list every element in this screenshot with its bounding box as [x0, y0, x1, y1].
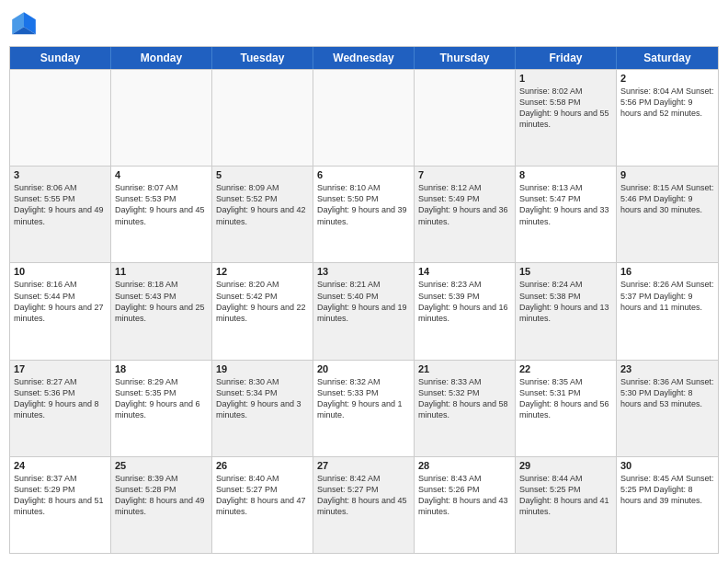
header-day: Monday: [111, 47, 212, 69]
day-info: Sunrise: 8:43 AM Sunset: 5:26 PM Dayligh…: [418, 473, 511, 518]
page: SundayMondayTuesdayWednesdayThursdayFrid…: [0, 0, 728, 563]
day-number: 15: [519, 266, 612, 277]
calendar-cell: [10, 70, 111, 166]
calendar-cell: 8Sunrise: 8:13 AM Sunset: 5:47 PM Daylig…: [516, 167, 617, 262]
calendar-cell: 6Sunrise: 8:10 AM Sunset: 5:50 PM Daylig…: [313, 167, 415, 262]
calendar-cell: 26Sunrise: 8:40 AM Sunset: 5:27 PM Dayli…: [212, 457, 313, 553]
header: [9, 9, 719, 39]
day-info: Sunrise: 8:36 AM Sunset: 5:30 PM Dayligh…: [620, 376, 714, 409]
calendar-cell: 16Sunrise: 8:26 AM Sunset: 5:37 PM Dayli…: [617, 263, 718, 359]
day-number: 17: [14, 363, 107, 374]
day-number: 16: [620, 266, 714, 277]
day-number: 25: [115, 460, 208, 471]
day-info: Sunrise: 8:18 AM Sunset: 5:43 PM Dayligh…: [115, 279, 208, 324]
calendar-cell: [313, 70, 415, 166]
day-number: 14: [418, 266, 511, 277]
calendar-cell: 3Sunrise: 8:06 AM Sunset: 5:55 PM Daylig…: [10, 167, 111, 262]
day-info: Sunrise: 8:10 AM Sunset: 5:50 PM Dayligh…: [317, 182, 410, 227]
calendar-cell: 25Sunrise: 8:39 AM Sunset: 5:28 PM Dayli…: [111, 457, 212, 553]
calendar-cell: 20Sunrise: 8:32 AM Sunset: 5:33 PM Dayli…: [313, 361, 415, 456]
day-info: Sunrise: 8:29 AM Sunset: 5:35 PM Dayligh…: [115, 376, 208, 421]
calendar-cell: [415, 70, 516, 166]
header-day: Thursday: [415, 47, 516, 69]
day-number: 8: [519, 169, 612, 180]
day-number: 11: [115, 266, 208, 277]
day-info: Sunrise: 8:09 AM Sunset: 5:52 PM Dayligh…: [216, 182, 309, 227]
day-info: Sunrise: 8:26 AM Sunset: 5:37 PM Dayligh…: [620, 279, 714, 312]
day-number: 22: [519, 363, 612, 374]
day-number: 26: [216, 460, 309, 471]
day-info: Sunrise: 8:23 AM Sunset: 5:39 PM Dayligh…: [418, 279, 511, 324]
day-number: 19: [216, 363, 309, 374]
day-number: 21: [418, 363, 511, 374]
calendar-cell: 9Sunrise: 8:15 AM Sunset: 5:46 PM Daylig…: [617, 167, 718, 262]
day-info: Sunrise: 8:15 AM Sunset: 5:46 PM Dayligh…: [620, 182, 714, 215]
day-number: 28: [418, 460, 511, 471]
calendar-cell: [111, 70, 212, 166]
day-info: Sunrise: 8:06 AM Sunset: 5:55 PM Dayligh…: [14, 182, 107, 227]
calendar-cell: 5Sunrise: 8:09 AM Sunset: 5:52 PM Daylig…: [212, 167, 313, 262]
day-number: 4: [115, 169, 208, 180]
calendar-week-1: 3Sunrise: 8:06 AM Sunset: 5:55 PM Daylig…: [10, 166, 718, 262]
calendar-cell: 22Sunrise: 8:35 AM Sunset: 5:31 PM Dayli…: [516, 361, 617, 456]
day-info: Sunrise: 8:16 AM Sunset: 5:44 PM Dayligh…: [14, 279, 107, 324]
day-number: 6: [317, 169, 410, 180]
header-day: Sunday: [10, 47, 111, 69]
day-info: Sunrise: 8:40 AM Sunset: 5:27 PM Dayligh…: [216, 473, 309, 518]
calendar-week-3: 17Sunrise: 8:27 AM Sunset: 5:36 PM Dayli…: [10, 360, 718, 456]
calendar-cell: 24Sunrise: 8:37 AM Sunset: 5:29 PM Dayli…: [10, 457, 111, 553]
calendar-cell: 23Sunrise: 8:36 AM Sunset: 5:30 PM Dayli…: [617, 361, 718, 456]
calendar-header: SundayMondayTuesdayWednesdayThursdayFrid…: [10, 47, 718, 69]
day-number: 23: [620, 363, 714, 374]
day-number: 3: [14, 169, 107, 180]
calendar-cell: 12Sunrise: 8:20 AM Sunset: 5:42 PM Dayli…: [212, 263, 313, 359]
day-number: 1: [519, 73, 612, 84]
day-info: Sunrise: 8:07 AM Sunset: 5:53 PM Dayligh…: [115, 182, 208, 227]
calendar-cell: 15Sunrise: 8:24 AM Sunset: 5:38 PM Dayli…: [516, 263, 617, 359]
day-info: Sunrise: 8:37 AM Sunset: 5:29 PM Dayligh…: [14, 473, 107, 518]
calendar-cell: 7Sunrise: 8:12 AM Sunset: 5:49 PM Daylig…: [415, 167, 516, 262]
calendar-cell: 1Sunrise: 8:02 AM Sunset: 5:58 PM Daylig…: [516, 70, 617, 166]
day-number: 18: [115, 363, 208, 374]
calendar-cell: 27Sunrise: 8:42 AM Sunset: 5:27 PM Dayli…: [313, 457, 415, 553]
day-info: Sunrise: 8:20 AM Sunset: 5:42 PM Dayligh…: [216, 279, 309, 324]
calendar-cell: 19Sunrise: 8:30 AM Sunset: 5:34 PM Dayli…: [212, 361, 313, 456]
day-info: Sunrise: 8:13 AM Sunset: 5:47 PM Dayligh…: [519, 182, 612, 227]
day-number: 2: [620, 73, 714, 84]
day-info: Sunrise: 8:32 AM Sunset: 5:33 PM Dayligh…: [317, 376, 410, 421]
calendar-week-0: 1Sunrise: 8:02 AM Sunset: 5:58 PM Daylig…: [10, 69, 718, 166]
day-info: Sunrise: 8:12 AM Sunset: 5:49 PM Dayligh…: [418, 182, 511, 227]
calendar-week-2: 10Sunrise: 8:16 AM Sunset: 5:44 PM Dayli…: [10, 262, 718, 359]
day-info: Sunrise: 8:35 AM Sunset: 5:31 PM Dayligh…: [519, 376, 612, 421]
calendar-cell: 2Sunrise: 8:04 AM Sunset: 5:56 PM Daylig…: [617, 70, 718, 166]
calendar-body: 1Sunrise: 8:02 AM Sunset: 5:58 PM Daylig…: [10, 69, 718, 553]
calendar-week-4: 24Sunrise: 8:37 AM Sunset: 5:29 PM Dayli…: [10, 456, 718, 553]
calendar-cell: 28Sunrise: 8:43 AM Sunset: 5:26 PM Dayli…: [415, 457, 516, 553]
day-info: Sunrise: 8:45 AM Sunset: 5:25 PM Dayligh…: [620, 473, 714, 506]
calendar-cell: 18Sunrise: 8:29 AM Sunset: 5:35 PM Dayli…: [111, 361, 212, 456]
calendar-cell: 4Sunrise: 8:07 AM Sunset: 5:53 PM Daylig…: [111, 167, 212, 262]
calendar-cell: 29Sunrise: 8:44 AM Sunset: 5:25 PM Dayli…: [516, 457, 617, 553]
day-number: 13: [317, 266, 410, 277]
day-number: 29: [519, 460, 612, 471]
calendar-cell: 17Sunrise: 8:27 AM Sunset: 5:36 PM Dayli…: [10, 361, 111, 456]
calendar-cell: 10Sunrise: 8:16 AM Sunset: 5:44 PM Dayli…: [10, 263, 111, 359]
calendar-cell: 14Sunrise: 8:23 AM Sunset: 5:39 PM Dayli…: [415, 263, 516, 359]
day-number: 5: [216, 169, 309, 180]
logo: [9, 9, 42, 39]
header-day: Saturday: [617, 47, 718, 69]
day-number: 27: [317, 460, 410, 471]
day-number: 30: [620, 460, 714, 471]
calendar-cell: 13Sunrise: 8:21 AM Sunset: 5:40 PM Dayli…: [313, 263, 415, 359]
day-info: Sunrise: 8:27 AM Sunset: 5:36 PM Dayligh…: [14, 376, 107, 421]
header-day: Wednesday: [313, 47, 415, 69]
day-number: 12: [216, 266, 309, 277]
day-info: Sunrise: 8:44 AM Sunset: 5:25 PM Dayligh…: [519, 473, 612, 518]
day-info: Sunrise: 8:21 AM Sunset: 5:40 PM Dayligh…: [317, 279, 410, 324]
day-info: Sunrise: 8:30 AM Sunset: 5:34 PM Dayligh…: [216, 376, 309, 421]
header-day: Tuesday: [212, 47, 313, 69]
day-info: Sunrise: 8:02 AM Sunset: 5:58 PM Dayligh…: [519, 86, 612, 131]
day-info: Sunrise: 8:39 AM Sunset: 5:28 PM Dayligh…: [115, 473, 208, 518]
day-number: 24: [14, 460, 107, 471]
day-info: Sunrise: 8:04 AM Sunset: 5:56 PM Dayligh…: [620, 86, 714, 119]
